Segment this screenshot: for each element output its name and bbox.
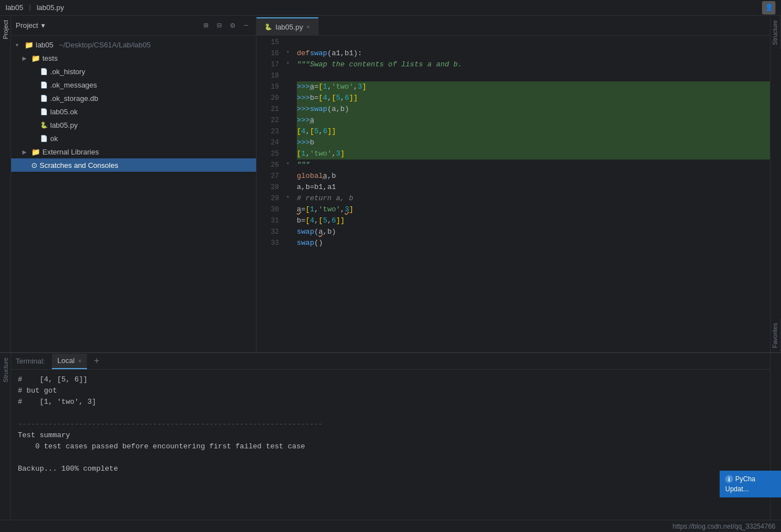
structure-side-label[interactable]: Structure: [1, 353, 10, 387]
pycham-info-icon: ℹ: [725, 475, 733, 483]
local-tab-label: Local: [57, 356, 75, 365]
title-filename: lab05.py: [37, 3, 64, 12]
bottom-right-strip: ℹ PyCha Updat...: [770, 353, 781, 520]
folds-column: ▾ ▾ ▾ ▾: [283, 36, 292, 352]
code-content[interactable]: def swap(a1, b1): """Swap the contents o…: [292, 36, 770, 352]
lab05-ok-file-icon: 📄: [40, 108, 48, 115]
code-editor: 15 16 17 18 19 20 21 22 23 24 25 26 27 2…: [257, 36, 770, 352]
term-line-2: # but got: [18, 385, 763, 396]
bottom-left-strip: Structure: [0, 353, 11, 520]
ok-label: ok: [50, 134, 58, 143]
code-line-31: b = [4, [5, 6]]: [297, 215, 770, 226]
term-line-5: Test summary: [18, 430, 763, 441]
tree-ok-storage[interactable]: ▶ 📄 .ok_storage.db: [11, 91, 256, 105]
scratches-icon: ⊙: [31, 161, 37, 170]
project-title: Project: [16, 21, 38, 30]
sidebar-project-tab[interactable]: Project: [1, 16, 10, 43]
tab-bar: 🐍 lab05.py ×: [257, 16, 770, 36]
tree-external-libs[interactable]: ▶ 📁 External Libraries: [11, 145, 256, 158]
code-line-15: [297, 37, 770, 48]
status-url: https://blog.csdn.net/qq_33254766: [673, 523, 775, 530]
tab-py-icon: 🐍: [264, 23, 272, 31]
tree-lab05-py[interactable]: ▶ 🐍 lab05.py: [11, 118, 256, 132]
term-line-8: Backup... 100% complete: [18, 463, 763, 475]
title-right-area: 👤: [762, 1, 775, 14]
user-icon[interactable]: 👤: [762, 1, 775, 14]
tree-ok-history[interactable]: ▶ 📄 .ok_history: [11, 65, 256, 78]
ok-storage-file-icon: 📄: [40, 95, 48, 102]
expand-all-icon[interactable]: ⊞: [200, 20, 211, 31]
term-line-6: 0 test cases passed before encountering …: [18, 441, 763, 452]
ok-file-icon: 📄: [40, 135, 48, 142]
ok-storage-label: .ok_storage.db: [50, 94, 98, 103]
title-separator: |: [28, 3, 32, 12]
title-bar: lab05 | lab05.py 👤: [0, 0, 781, 16]
lab05-ok-label: lab05.ok: [50, 108, 78, 116]
minimize-icon[interactable]: −: [240, 20, 252, 31]
tree-root[interactable]: ▾ 📁 lab05 ~/Desktop/CS61A/Lab/lab05: [11, 38, 256, 51]
structure-tab[interactable]: Structure: [770, 16, 781, 50]
tree-scratches[interactable]: ▶ ⊙ Scratches and Consoles: [11, 158, 256, 172]
local-terminal-tab[interactable]: Local ×: [52, 354, 88, 369]
right-side-tabs: Structure Favorites: [770, 16, 781, 352]
code-line-23: [4, [5, 6]]: [297, 126, 770, 137]
terminal-content[interactable]: # [4, [5, 6]] # but got # [1, 'two', 3] …: [11, 370, 770, 520]
root-folder-icon: 📁: [25, 41, 33, 49]
tab-close-icon[interactable]: ×: [306, 23, 310, 30]
code-line-25: [1, 'two', 3]: [297, 148, 770, 159]
tree-tests[interactable]: ▶ 📁 tests: [11, 51, 256, 65]
tests-folder-icon: 📁: [31, 54, 40, 62]
lab05-py-tab[interactable]: 🐍 lab05.py ×: [257, 17, 319, 35]
ok-history-file-icon: 📄: [40, 68, 48, 75]
collapse-all-icon[interactable]: ⊟: [214, 20, 225, 31]
terminal-label: Terminal:: [16, 357, 45, 365]
tree-ok[interactable]: ▶ 📄 ok: [11, 132, 256, 145]
code-line-30: a = [1, 'two', 3]: [297, 204, 770, 215]
project-header: Project ▾ ⊞ ⊟ ⚙ −: [11, 16, 256, 36]
local-tab-close[interactable]: ×: [78, 357, 81, 364]
ok-messages-label: .ok_messages: [50, 81, 97, 89]
code-line-33: swap(): [297, 238, 770, 249]
code-line-29: # return a, b: [297, 193, 770, 204]
left-sidebar-strip: Project: [0, 16, 11, 352]
lab05-py-file-icon: 🐍: [40, 122, 48, 129]
external-folder-icon: 📁: [31, 148, 40, 156]
code-line-19: >>> a = [1, 'two', 3]: [297, 81, 770, 93]
lab05-py-label: lab05.py: [50, 121, 78, 129]
code-line-26: """: [297, 159, 770, 171]
term-line-3: # [1, 'two', 3]: [18, 396, 763, 408]
bottom-row: Structure Terminal: Local × + # [4, [5, …: [0, 352, 781, 520]
editor-main: 🐍 lab05.py × 15 16 17 18 19 20 21: [257, 16, 781, 352]
code-line-21: >>> swap(a, b): [297, 104, 770, 115]
root-label: lab05: [36, 41, 54, 49]
code-line-27: global a,b: [297, 171, 770, 182]
code-line-18: [297, 70, 770, 81]
ok-messages-file-icon: 📄: [40, 81, 48, 89]
tests-chevron: ▶: [22, 55, 29, 61]
code-line-17: """Swap the contents of lists a and b.: [297, 59, 770, 70]
term-line-1: # [4, [5, 6]]: [18, 374, 763, 385]
project-panel: Project ▾ ⊞ ⊟ ⚙ − ▾ 📁 lab05 ~/Desktop/CS…: [11, 16, 257, 352]
external-chevron: ▶: [22, 149, 29, 155]
terminal-tabs: Terminal: Local × +: [11, 353, 770, 370]
favorites-tab[interactable]: Favorites: [770, 318, 781, 352]
tree-lab05-ok[interactable]: ▶ 📄 lab05.ok: [11, 105, 256, 118]
editor-area: 🐍 lab05.py × 15 16 17 18 19 20 21: [257, 16, 770, 352]
bottom-main: Terminal: Local × + # [4, [5, 6]] # but …: [11, 353, 770, 520]
ok-history-label: .ok_history: [50, 67, 85, 76]
scratches-label: Scratches and Consoles: [40, 161, 118, 170]
code-line-24: >>> b: [297, 137, 770, 148]
add-terminal-button[interactable]: +: [90, 355, 103, 367]
pycham-popup[interactable]: ℹ PyCha Updat...: [720, 471, 781, 497]
gear-icon[interactable]: ⚙: [227, 20, 238, 31]
status-bar: https://blog.csdn.net/qq_33254766: [0, 520, 781, 532]
term-separator: ----------------------------------------…: [18, 419, 763, 430]
file-tree: ▾ 📁 lab05 ~/Desktop/CS61A/Lab/lab05 ▶ 📁 …: [11, 36, 256, 352]
pycham-title-text: PyCha: [735, 475, 755, 483]
tests-label: tests: [42, 54, 57, 62]
term-line-7: [18, 452, 763, 463]
pycham-action[interactable]: Updat...: [725, 485, 775, 493]
tree-ok-messages[interactable]: ▶ 📄 .ok_messages: [11, 78, 256, 91]
tab-label: lab05.py: [276, 23, 303, 31]
project-dropdown-arrow[interactable]: ▾: [41, 21, 45, 30]
